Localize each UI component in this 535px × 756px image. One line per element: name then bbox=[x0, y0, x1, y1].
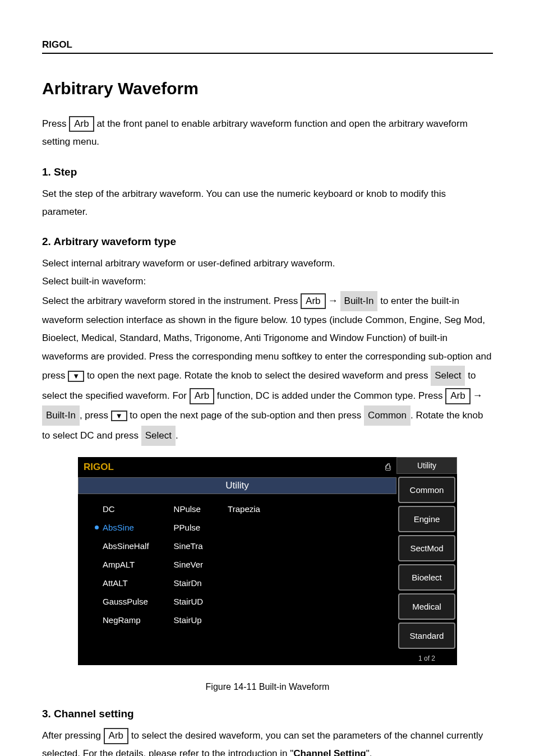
usb-icon: ⎙ bbox=[385, 462, 391, 472]
page-heading: Arbitrary Waveform bbox=[42, 79, 493, 98]
sub3-body: After pressing Arb to select the desired… bbox=[42, 727, 493, 756]
sub2-heading: 2. Arbitrary waveform type bbox=[42, 236, 493, 248]
category-softkey[interactable]: Bioelect bbox=[398, 564, 455, 591]
waveform-label: SineTra bbox=[174, 541, 203, 551]
text: Select internal arbitrary waveform or us… bbox=[42, 258, 335, 269]
waveform-item[interactable]: AbsSineHalf bbox=[95, 541, 149, 551]
text: to open the next page of the sub-option … bbox=[127, 410, 364, 421]
select-softkey: Select bbox=[141, 426, 176, 446]
softkey-header: Utility bbox=[396, 457, 457, 474]
softkey-column: Utility CommonEngineSectModBioelectMedic… bbox=[396, 457, 457, 665]
sub1-body: Set the step of the arbitrary waveform. … bbox=[42, 185, 493, 222]
waveform-item[interactable]: StairUp bbox=[166, 615, 204, 625]
category-softkey[interactable]: Medical bbox=[398, 593, 455, 620]
waveform-item[interactable]: SineTra bbox=[166, 541, 204, 551]
arrow-icon: → bbox=[328, 295, 338, 306]
down-arrow-icon: ▼ bbox=[68, 371, 84, 382]
waveform-item[interactable]: Trapezia bbox=[220, 504, 260, 514]
figure-caption: Figure 14-11 Built-in Waveform bbox=[42, 682, 493, 692]
text: ". bbox=[366, 748, 372, 756]
category-softkey[interactable]: Engine bbox=[398, 506, 455, 532]
arb-key: Arb bbox=[301, 293, 325, 309]
waveform-label: AbsSineHalf bbox=[103, 541, 149, 551]
builtin-softkey: Built-In bbox=[340, 291, 378, 311]
utility-title: Utility bbox=[78, 477, 396, 494]
arrow-icon: → bbox=[473, 390, 483, 401]
waveform-label: StairUp bbox=[174, 615, 202, 625]
arb-key: Arb bbox=[69, 116, 94, 132]
waveform-label: AmpALT bbox=[103, 560, 135, 569]
text: at the front panel to enable arbitrary w… bbox=[42, 118, 468, 147]
waveform-item[interactable]: StairDn bbox=[166, 578, 204, 588]
waveform-item[interactable]: GaussPulse bbox=[95, 597, 149, 606]
text: to enter the built-in waveform selection… bbox=[42, 296, 491, 381]
text: Select built-in waveform: bbox=[42, 276, 146, 287]
sub1-heading: 1. Step bbox=[42, 166, 493, 178]
category-softkey[interactable]: Standard bbox=[398, 623, 455, 649]
text: After pressing bbox=[42, 730, 104, 741]
waveform-item[interactable]: NPulse bbox=[166, 504, 204, 514]
text: function, DC is added under the Common t… bbox=[214, 390, 445, 401]
waveform-label: Trapezia bbox=[228, 504, 260, 514]
category-softkey[interactable]: Common bbox=[398, 477, 455, 503]
brand-header: RIGOL bbox=[42, 39, 493, 54]
waveform-item[interactable]: AmpALT bbox=[95, 560, 149, 569]
select-softkey: Select bbox=[431, 366, 465, 386]
intro-paragraph: Press Arb at the front panel to enable a… bbox=[42, 115, 493, 151]
arb-key: Arb bbox=[104, 728, 128, 744]
builtin-softkey: Built-In bbox=[42, 405, 80, 426]
selection-dot-icon bbox=[95, 525, 99, 529]
waveform-item[interactable]: PPulse bbox=[166, 523, 204, 532]
waveform-label: StairUD bbox=[174, 597, 204, 606]
waveform-item[interactable]: AbsSine bbox=[95, 523, 149, 532]
device-screenshot: RIGOL ⎙ Utility DCAbsSineAbsSineHalfAmpA… bbox=[78, 457, 457, 665]
text: . bbox=[176, 430, 178, 441]
down-arrow-icon: ▼ bbox=[111, 411, 127, 422]
waveform-item[interactable]: DC bbox=[95, 504, 149, 514]
waveform-item[interactable]: SineVer bbox=[166, 560, 204, 569]
waveform-label: PPulse bbox=[174, 523, 201, 532]
waveform-item[interactable]: StairUD bbox=[166, 597, 204, 606]
text: , press bbox=[80, 410, 111, 421]
common-softkey: Common bbox=[364, 405, 411, 426]
waveform-label: DC bbox=[103, 504, 115, 514]
page-indicator: 1 of 2 bbox=[396, 652, 457, 665]
waveform-label: NPulse bbox=[174, 504, 201, 514]
text: Select the arbitrary waveform stored in … bbox=[42, 296, 301, 306]
waveform-label: StairDn bbox=[174, 578, 202, 588]
waveform-label: SineVer bbox=[174, 560, 204, 569]
waveform-list: DCAbsSineAbsSineHalfAmpALTAttALTGaussPul… bbox=[78, 494, 396, 654]
waveform-item[interactable]: AttALT bbox=[95, 578, 149, 588]
sub3-heading: 3. Channel setting bbox=[42, 708, 493, 720]
titlebar: RIGOL ⎙ bbox=[78, 457, 396, 477]
arb-key: Arb bbox=[445, 388, 470, 404]
waveform-label: NegRamp bbox=[103, 615, 141, 625]
xref: Channel Setting bbox=[293, 748, 366, 756]
waveform-label: AbsSine bbox=[103, 523, 134, 532]
waveform-item[interactable]: NegRamp bbox=[95, 615, 149, 625]
text: Press bbox=[42, 118, 69, 129]
text: to open the next page. Rotate the knob t… bbox=[84, 370, 431, 381]
rigol-logo: RIGOL bbox=[84, 462, 114, 473]
arb-key: Arb bbox=[190, 388, 214, 404]
category-softkey[interactable]: SectMod bbox=[398, 535, 455, 561]
waveform-label: AttALT bbox=[103, 578, 128, 588]
sub2-body: Select internal arbitrary waveform or us… bbox=[42, 255, 493, 446]
waveform-label: GaussPulse bbox=[103, 597, 148, 606]
